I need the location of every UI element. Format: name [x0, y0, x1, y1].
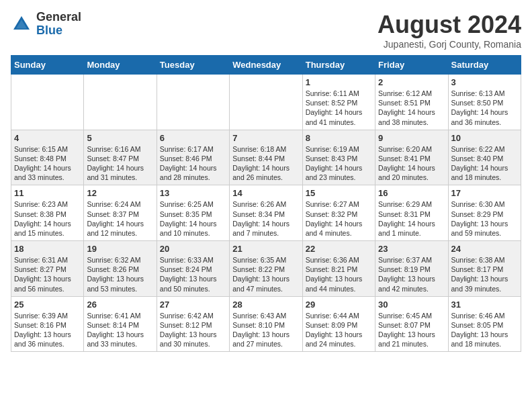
calendar-cell: 17Sunrise: 6:30 AMSunset: 8:29 PMDayligh… [448, 185, 521, 241]
day-number: 11 [14, 188, 81, 198]
day-number: 9 [378, 133, 445, 143]
calendar-body: 1Sunrise: 6:11 AMSunset: 8:52 PMDaylight… [11, 75, 521, 352]
calendar-cell [11, 75, 84, 130]
calendar-cell: 12Sunrise: 6:24 AMSunset: 8:37 PMDayligh… [84, 185, 157, 241]
calendar-cell: 11Sunrise: 6:23 AMSunset: 8:38 PMDayligh… [11, 185, 84, 241]
weekday-header: Saturday [448, 56, 521, 75]
weekday-header: Friday [375, 56, 448, 75]
day-info: Sunrise: 6:30 AMSunset: 8:29 PMDaylight:… [451, 199, 518, 238]
day-info: Sunrise: 6:43 AMSunset: 8:10 PMDaylight:… [232, 311, 299, 349]
day-info: Sunrise: 6:11 AMSunset: 8:52 PMDaylight:… [306, 89, 372, 127]
day-info: Sunrise: 6:38 AMSunset: 8:17 PMDaylight:… [451, 255, 518, 293]
calendar-cell: 6Sunrise: 6:17 AMSunset: 8:46 PMDaylight… [157, 130, 229, 185]
location: Jupanesti, Gorj County, Romania [378, 39, 521, 50]
calendar-week-row: 11Sunrise: 6:23 AMSunset: 8:38 PMDayligh… [11, 185, 521, 241]
day-info: Sunrise: 6:29 AMSunset: 8:31 PMDaylight:… [378, 199, 445, 238]
day-info: Sunrise: 6:46 AMSunset: 8:05 PMDaylight:… [451, 311, 518, 349]
logo-text: General Blue [36, 11, 81, 38]
calendar-cell: 18Sunrise: 6:31 AMSunset: 8:27 PMDayligh… [11, 241, 84, 297]
calendar-cell: 29Sunrise: 6:44 AMSunset: 8:09 PMDayligh… [302, 296, 375, 352]
calendar-week-row: 1Sunrise: 6:11 AMSunset: 8:52 PMDaylight… [11, 75, 521, 130]
day-number: 20 [160, 244, 226, 254]
day-number: 22 [306, 244, 372, 254]
calendar-cell: 23Sunrise: 6:37 AMSunset: 8:19 PMDayligh… [375, 241, 448, 297]
calendar-cell [84, 75, 157, 130]
day-number: 24 [451, 244, 518, 254]
calendar-cell: 2Sunrise: 6:12 AMSunset: 8:51 PMDaylight… [375, 75, 448, 130]
day-info: Sunrise: 6:25 AMSunset: 8:35 PMDaylight:… [160, 199, 226, 238]
day-info: Sunrise: 6:39 AMSunset: 8:16 PMDaylight:… [14, 311, 81, 349]
day-info: Sunrise: 6:31 AMSunset: 8:27 PMDaylight:… [14, 255, 81, 293]
day-number: 30 [378, 300, 445, 310]
calendar-cell: 24Sunrise: 6:38 AMSunset: 8:17 PMDayligh… [448, 241, 521, 297]
calendar-cell: 13Sunrise: 6:25 AMSunset: 8:35 PMDayligh… [157, 185, 229, 241]
day-number: 8 [306, 133, 372, 143]
calendar-cell: 5Sunrise: 6:16 AMSunset: 8:47 PMDaylight… [84, 130, 157, 185]
day-number: 28 [232, 300, 299, 310]
page-header: General Blue August 2024 Jupanesti, Gorj… [11, 11, 521, 50]
day-number: 14 [232, 188, 299, 198]
title-block: August 2024 Jupanesti, Gorj County, Roma… [378, 11, 521, 50]
calendar-cell: 7Sunrise: 6:18 AMSunset: 8:44 PMDaylight… [230, 130, 302, 185]
calendar-cell: 15Sunrise: 6:27 AMSunset: 8:32 PMDayligh… [302, 185, 375, 241]
day-number: 26 [87, 300, 153, 310]
day-number: 15 [306, 188, 372, 198]
day-number: 5 [87, 133, 153, 143]
calendar-cell: 9Sunrise: 6:20 AMSunset: 8:41 PMDaylight… [375, 130, 448, 185]
calendar-cell: 10Sunrise: 6:22 AMSunset: 8:40 PMDayligh… [448, 130, 521, 185]
day-info: Sunrise: 6:22 AMSunset: 8:40 PMDaylight:… [451, 144, 518, 183]
day-info: Sunrise: 6:17 AMSunset: 8:46 PMDaylight:… [160, 144, 226, 183]
calendar-cell: 20Sunrise: 6:33 AMSunset: 8:24 PMDayligh… [157, 241, 229, 297]
day-info: Sunrise: 6:12 AMSunset: 8:51 PMDaylight:… [378, 89, 445, 127]
day-number: 3 [451, 77, 518, 87]
day-info: Sunrise: 6:23 AMSunset: 8:38 PMDaylight:… [14, 199, 81, 238]
day-info: Sunrise: 6:20 AMSunset: 8:41 PMDaylight:… [378, 144, 445, 183]
day-number: 10 [451, 133, 518, 143]
calendar-cell: 30Sunrise: 6:45 AMSunset: 8:07 PMDayligh… [375, 296, 448, 352]
calendar-cell: 4Sunrise: 6:15 AMSunset: 8:48 PMDaylight… [11, 130, 84, 185]
day-number: 23 [378, 244, 445, 254]
day-info: Sunrise: 6:35 AMSunset: 8:22 PMDaylight:… [232, 255, 299, 293]
day-number: 19 [87, 244, 153, 254]
day-info: Sunrise: 6:37 AMSunset: 8:19 PMDaylight:… [378, 255, 445, 293]
calendar-week-row: 25Sunrise: 6:39 AMSunset: 8:16 PMDayligh… [11, 296, 521, 352]
weekday-header: Tuesday [157, 56, 229, 75]
day-info: Sunrise: 6:32 AMSunset: 8:26 PMDaylight:… [87, 255, 153, 293]
day-info: Sunrise: 6:24 AMSunset: 8:37 PMDaylight:… [87, 199, 153, 238]
calendar-cell: 28Sunrise: 6:43 AMSunset: 8:10 PMDayligh… [230, 296, 302, 352]
calendar-cell: 21Sunrise: 6:35 AMSunset: 8:22 PMDayligh… [230, 241, 302, 297]
day-number: 16 [378, 188, 445, 198]
calendar-cell: 31Sunrise: 6:46 AMSunset: 8:05 PMDayligh… [448, 296, 521, 352]
month-title: August 2024 [378, 11, 521, 39]
calendar-week-row: 4Sunrise: 6:15 AMSunset: 8:48 PMDaylight… [11, 130, 521, 185]
day-number: 25 [14, 300, 81, 310]
day-info: Sunrise: 6:26 AMSunset: 8:34 PMDaylight:… [232, 199, 299, 238]
day-info: Sunrise: 6:18 AMSunset: 8:44 PMDaylight:… [232, 144, 299, 183]
day-number: 27 [160, 300, 226, 310]
day-info: Sunrise: 6:42 AMSunset: 8:12 PMDaylight:… [160, 311, 226, 349]
calendar-week-row: 18Sunrise: 6:31 AMSunset: 8:27 PMDayligh… [11, 241, 521, 297]
day-number: 6 [160, 133, 226, 143]
weekday-header: Wednesday [230, 56, 302, 75]
day-info: Sunrise: 6:16 AMSunset: 8:47 PMDaylight:… [87, 144, 153, 183]
calendar-header: SundayMondayTuesdayWednesdayThursdayFrid… [11, 56, 521, 75]
calendar-cell [157, 75, 229, 130]
weekday-header: Sunday [11, 56, 84, 75]
day-number: 7 [232, 133, 299, 143]
weekday-header: Monday [84, 56, 157, 75]
weekday-header: Thursday [302, 56, 375, 75]
day-info: Sunrise: 6:41 AMSunset: 8:14 PMDaylight:… [87, 311, 153, 349]
calendar-cell: 19Sunrise: 6:32 AMSunset: 8:26 PMDayligh… [84, 241, 157, 297]
day-info: Sunrise: 6:15 AMSunset: 8:48 PMDaylight:… [14, 144, 81, 183]
day-info: Sunrise: 6:45 AMSunset: 8:07 PMDaylight:… [378, 311, 445, 349]
day-number: 2 [378, 77, 445, 87]
calendar-cell: 26Sunrise: 6:41 AMSunset: 8:14 PMDayligh… [84, 296, 157, 352]
day-info: Sunrise: 6:36 AMSunset: 8:21 PMDaylight:… [306, 255, 372, 293]
calendar-cell: 3Sunrise: 6:13 AMSunset: 8:50 PMDaylight… [448, 75, 521, 130]
day-number: 12 [87, 188, 153, 198]
day-info: Sunrise: 6:27 AMSunset: 8:32 PMDaylight:… [306, 199, 372, 238]
day-number: 18 [14, 244, 81, 254]
calendar-cell: 25Sunrise: 6:39 AMSunset: 8:16 PMDayligh… [11, 296, 84, 352]
day-info: Sunrise: 6:44 AMSunset: 8:09 PMDaylight:… [306, 311, 372, 349]
calendar-cell: 1Sunrise: 6:11 AMSunset: 8:52 PMDaylight… [302, 75, 375, 130]
